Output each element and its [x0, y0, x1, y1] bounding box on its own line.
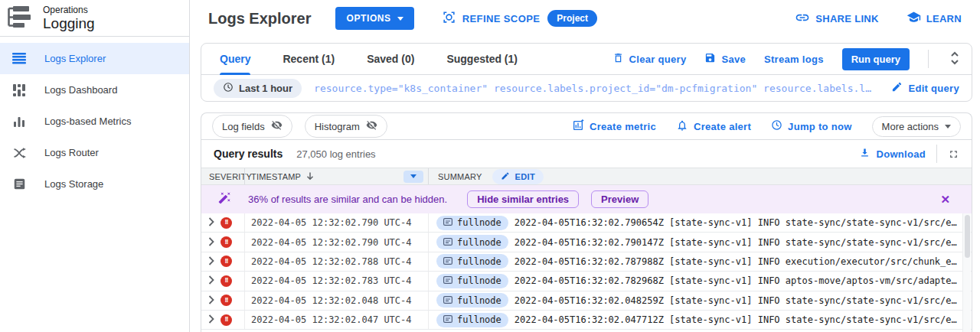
tab-saved[interactable]: Saved (0): [367, 44, 414, 75]
refine-scope-icon: [442, 10, 456, 27]
save-button[interactable]: Save: [704, 52, 746, 66]
log-timestamp: 2022-04-05 12:32:02.788 UTC-4: [244, 252, 428, 271]
query-builder-card: Query Recent (1) Saved (0) Suggested (1)…: [201, 43, 972, 102]
sort-desc-icon: [305, 171, 315, 182]
timestamp-dropdown-button[interactable]: [403, 171, 423, 183]
fullscreen-button[interactable]: [948, 148, 959, 160]
log-fields-chip[interactable]: Log fields: [212, 115, 292, 138]
resource-chip[interactable]: fullnode: [436, 216, 508, 230]
banner-message: 36% of results are similar and can be hi…: [248, 194, 447, 205]
learn-button[interactable]: LEARN: [906, 10, 962, 27]
options-button[interactable]: OPTIONS: [335, 7, 413, 30]
error-severity-icon: !!: [220, 275, 232, 287]
save-icon: [704, 52, 716, 66]
download-icon: [859, 147, 871, 161]
create-alert-button[interactable]: Create alert: [676, 119, 751, 134]
tab-recent[interactable]: Recent (1): [283, 44, 335, 75]
vertical-scrollbar[interactable]: [962, 213, 971, 332]
topbar: Logs Explorer OPTIONS REFINE SCOPE Proje…: [190, 0, 980, 37]
logging-logo-icon: [6, 5, 32, 31]
divider: [936, 145, 937, 163]
sidebar-item-logs-based-metrics[interactable]: Logs-based Metrics: [0, 106, 189, 137]
close-banner-button[interactable]: ✕: [931, 193, 959, 207]
share-link-button[interactable]: SHARE LINK: [795, 10, 878, 28]
container-icon: [443, 256, 452, 267]
product-header: Operations Logging: [0, 0, 189, 37]
log-rows: !! 2022-04-05 12:32:02.790 UTC-4 fullnod…: [201, 213, 972, 332]
create-metric-button[interactable]: Create metric: [572, 119, 656, 134]
column-summary: SUMMARY EDIT: [428, 168, 972, 184]
container-icon: [443, 314, 452, 325]
hide-similar-entries-button[interactable]: Hide similar entries: [467, 190, 579, 208]
resource-chip[interactable]: fullnode: [436, 274, 508, 288]
magic-wand-icon: [218, 191, 231, 207]
collapse-panel-button[interactable]: [947, 51, 962, 67]
main-content: Logs Explorer OPTIONS REFINE SCOPE Proje…: [190, 0, 980, 332]
clear-query-button[interactable]: Clear query: [612, 52, 687, 66]
stream-logs-button[interactable]: Stream logs: [764, 54, 824, 65]
log-timestamp: 2022-04-05 12:32:02.047 UTC-4: [244, 311, 428, 329]
edit-query-button[interactable]: Edit query: [891, 81, 959, 95]
log-timestamp: 2022-04-05 12:32:02.790 UTC-4: [244, 213, 428, 232]
log-summary: 2022-04-05T16:32:02.787988Z [state-sync-…: [514, 256, 961, 267]
expand-chevron-icon[interactable]: [208, 236, 214, 249]
clock-icon: [771, 119, 782, 133]
sidebar-item-logs-dashboard[interactable]: Logs Dashboard: [0, 74, 189, 106]
expand-chevron-icon[interactable]: [208, 274, 214, 288]
resource-chip-label: fullnode: [457, 256, 501, 267]
sidebar-item-logs-router[interactable]: Logs Router: [0, 137, 189, 168]
log-row[interactable]: !! 2022-04-05 12:32:02.783 UTC-4 fullnod…: [201, 272, 972, 291]
histogram-chip[interactable]: Histogram: [305, 115, 387, 138]
resource-chip[interactable]: fullnode: [436, 293, 508, 308]
chevron-down-icon: [945, 125, 951, 129]
table-header: SEVERITY TIMESTAMP SUMMARY: [201, 168, 972, 185]
run-query-button[interactable]: Run query: [842, 48, 910, 70]
download-button[interactable]: Download: [859, 147, 926, 161]
scope-badge[interactable]: Project: [547, 10, 597, 27]
bell-icon: [676, 119, 688, 134]
log-row[interactable]: !! 2022-04-05 12:32:02.047 UTC-4 fullnod…: [201, 311, 972, 330]
tab-suggested[interactable]: Suggested (1): [446, 44, 518, 75]
log-timestamp: 2022-04-05 12:32:02.783 UTC-4: [244, 272, 428, 290]
expand-chevron-icon[interactable]: [208, 255, 214, 269]
log-row[interactable]: !! 2022-04-05 12:32:02.048 UTC-4 fullnod…: [201, 291, 972, 311]
sidebar-item-logs-storage[interactable]: Logs Storage: [0, 168, 189, 200]
expand-chevron-icon[interactable]: [208, 216, 214, 229]
sidebar-item-logs-explorer[interactable]: Logs Explorer: [0, 43, 189, 74]
log-row[interactable]: !! 2022-04-05 12:32:02.790 UTC-4 fullnod…: [201, 213, 972, 233]
log-summary: 2022-04-05T16:32:02.048259Z [state-sync-…: [514, 295, 961, 306]
scrollbar-thumb[interactable]: [965, 215, 970, 258]
link-icon: [795, 10, 810, 28]
jump-to-now-button[interactable]: Jump to now: [771, 119, 851, 133]
edit-summary-button[interactable]: EDIT: [492, 169, 544, 184]
refine-scope-button[interactable]: REFINE SCOPE: [442, 10, 541, 27]
time-range-chip[interactable]: Last 1 hour: [214, 79, 302, 98]
more-actions-button[interactable]: More actions: [872, 116, 961, 137]
router-shuffle-icon: [12, 148, 26, 158]
chart-plus-icon: [572, 119, 584, 134]
column-severity: SEVERITY: [201, 168, 244, 184]
similar-entries-banner: 36% of results are similar and can be hi…: [201, 185, 972, 213]
log-row[interactable]: !! 2022-04-05 12:32:02.788 UTC-4 fullnod…: [201, 252, 972, 272]
resource-chip[interactable]: fullnode: [436, 235, 508, 249]
column-timestamp[interactable]: TIMESTAMP: [244, 168, 428, 184]
resource-chip[interactable]: fullnode: [436, 254, 508, 269]
query-text[interactable]: resource.type="k8s_container" resource.l…: [314, 83, 879, 94]
trash-icon: [612, 52, 624, 66]
query-preview-row: Last 1 hour resource.type="k8s_container…: [201, 75, 972, 101]
sidebar-nav: Logs Explorer Logs Dashboard: [0, 37, 189, 200]
logs-explorer-app: Operations Logging Logs Explorer: [0, 0, 980, 332]
results-toolbar: Log fields Histogram: [201, 113, 972, 140]
log-timestamp: 2022-04-05 12:32:02.790 UTC-4: [244, 233, 428, 251]
sidebar-item-label: Logs Dashboard: [44, 84, 117, 96]
preview-button[interactable]: Preview: [591, 190, 648, 208]
resource-chip-label: fullnode: [457, 295, 501, 306]
resource-chip[interactable]: fullnode: [436, 313, 508, 327]
tab-query[interactable]: Query: [220, 44, 250, 75]
error-severity-icon: !!: [220, 314, 232, 326]
expand-chevron-icon[interactable]: [208, 294, 214, 308]
eye-off-icon: [271, 119, 283, 133]
expand-chevron-icon[interactable]: [208, 313, 214, 327]
chevron-down-icon: [397, 17, 403, 21]
log-row[interactable]: !! 2022-04-05 12:32:02.790 UTC-4 fullnod…: [201, 233, 972, 252]
